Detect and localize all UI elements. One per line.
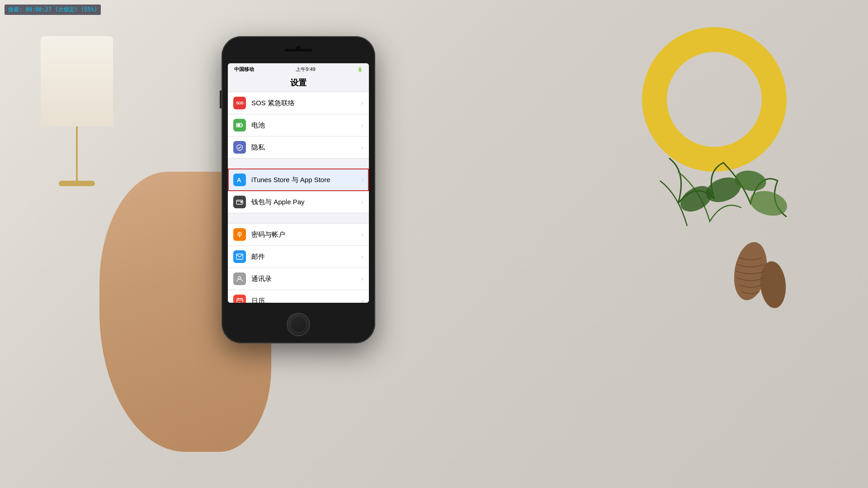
svg-rect-9 xyxy=(239,235,240,237)
lamp-shade xyxy=(41,36,113,127)
settings-item-mail[interactable]: 邮件 › xyxy=(228,246,369,268)
mail-icon xyxy=(233,250,246,263)
mail-chevron: › xyxy=(361,253,363,260)
privacy-label: 隐私 xyxy=(251,143,358,152)
itunes-chevron: › xyxy=(361,176,363,183)
wallet-chevron: › xyxy=(361,198,363,206)
battery-icon: 🔋 xyxy=(357,67,363,72)
settings-item-wallet[interactable]: 钱包与 Apple Pay › xyxy=(228,191,369,213)
section-group-3: 密码与帐户 › 邮件 › xyxy=(228,223,369,303)
home-button[interactable] xyxy=(287,313,310,336)
contacts-label: 通讯录 xyxy=(251,275,358,283)
lamp-stand xyxy=(76,127,78,181)
pine-decoration xyxy=(633,136,823,361)
phone-screen: 中国移动 上午9:49 🔋 设置 SOS xyxy=(228,63,369,303)
privacy-chevron: › xyxy=(361,144,363,151)
sos-icon: SOS xyxy=(233,97,246,109)
settings-title: 设置 xyxy=(228,75,369,92)
settings-item-contacts[interactable]: 通讯录 › xyxy=(228,268,369,290)
settings-item-battery[interactable]: 电池 › xyxy=(228,114,369,136)
svg-text:▪▪▪: ▪▪▪ xyxy=(238,301,241,303)
phone-body: 中国移动 上午9:49 🔋 设置 SOS xyxy=(222,36,375,343)
battery-setting-icon xyxy=(233,119,246,131)
calendar-icon: ▪▪▪ xyxy=(233,295,246,303)
settings-item-sos[interactable]: SOS SOS 紧急联络 › xyxy=(228,92,369,114)
password-icon xyxy=(233,228,246,241)
battery-chevron: › xyxy=(361,122,363,129)
password-chevron: › xyxy=(361,231,363,238)
wallet-label: 钱包与 Apple Pay xyxy=(251,198,358,206)
svg-rect-2 xyxy=(237,124,241,127)
svg-text:A: A xyxy=(237,177,241,183)
carrier-text: 中国移动 xyxy=(234,66,254,73)
sos-label: SOS 紧急联络 xyxy=(251,99,358,108)
home-button-ring xyxy=(290,316,307,333)
wallet-icon xyxy=(233,196,246,208)
settings-item-itunes[interactable]: A iTunes Store 与 App Store › xyxy=(228,169,369,191)
section-group-2: A iTunes Store 与 App Store › xyxy=(228,169,369,213)
settings-list: SOS SOS 紧急联络 › xyxy=(228,92,369,303)
svg-rect-5 xyxy=(241,202,242,203)
front-camera xyxy=(296,46,301,51)
settings-item-password[interactable]: 密码与帐户 › xyxy=(228,223,369,246)
lamp-base xyxy=(59,181,95,186)
battery-label: 电池 xyxy=(251,121,358,130)
time-text: 上午9:49 xyxy=(296,66,315,73)
status-bar: 中国移动 上午9:49 🔋 xyxy=(228,63,369,75)
calendar-chevron: › xyxy=(361,297,363,303)
svg-point-8 xyxy=(239,234,241,235)
calendar-label: 日历 xyxy=(251,297,358,303)
svg-rect-1 xyxy=(242,124,243,126)
contacts-chevron: › xyxy=(361,275,363,282)
battery-indicator: 🔋 xyxy=(357,67,363,72)
privacy-icon xyxy=(233,141,246,154)
itunes-icon: A xyxy=(233,174,246,186)
itunes-label: iTunes Store 与 App Store xyxy=(251,176,358,184)
settings-item-calendar[interactable]: ▪▪▪ 日历 › xyxy=(228,290,369,303)
section-divider-2 xyxy=(228,213,369,223)
svg-rect-10 xyxy=(236,254,243,259)
password-label: 密码与帐户 xyxy=(251,230,358,239)
timestamp-overlay: 搜索: 00:00:27 (次锁定) (55%) xyxy=(5,5,101,15)
phone: 中国移动 上午9:49 🔋 设置 SOS xyxy=(222,36,375,343)
lamp-decoration xyxy=(27,36,127,208)
mail-label: 邮件 xyxy=(251,253,358,261)
timestamp-text: 搜索: 00:00:27 (次锁定) (55%) xyxy=(8,6,97,13)
contacts-icon xyxy=(233,272,246,285)
section-divider-1 xyxy=(228,159,369,169)
screen-title-text: 设置 xyxy=(290,78,307,87)
section-group-1: SOS SOS 紧急联络 › xyxy=(228,92,369,159)
sos-chevron: › xyxy=(361,99,363,107)
settings-item-privacy[interactable]: 隐私 › xyxy=(228,136,369,159)
